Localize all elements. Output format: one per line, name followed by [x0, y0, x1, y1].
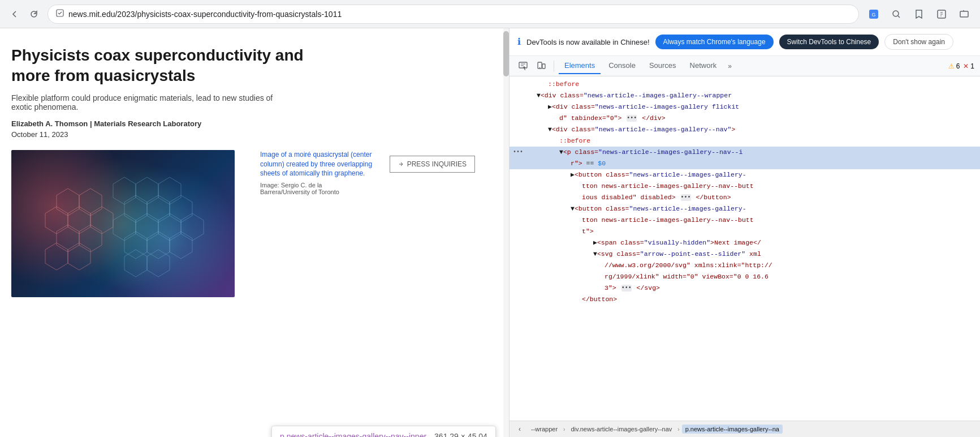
code-line-9: ▶<button class="news-article--images-gal… [510, 169, 980, 181]
code-line-7-selected[interactable]: ••• ▼<p class="news-article--images-gall… [510, 147, 980, 158]
code-line-12: ▼<button class="news-article--images-gal… [510, 203, 980, 215]
svg-rect-0 [57, 10, 63, 16]
dismiss-button[interactable]: Don't show again [884, 34, 953, 50]
back-button[interactable] [7, 6, 23, 22]
breadcrumb-separator-2: › [677, 426, 679, 432]
code-line-16: ▼<svg class="arrow--point-east--slider" … [510, 249, 980, 260]
scrollbar-track[interactable] [503, 28, 509, 437]
error-badge: ✕ 1 [963, 62, 974, 70]
code-line-17: //www.w3.org/2000/svg" xmlns:xlink="http… [510, 260, 980, 271]
svg-marker-6 [57, 188, 79, 216]
breadcrumb-separator-1: › [563, 426, 565, 432]
extensions-button[interactable] [932, 5, 951, 23]
main-area: Physicists coax superconductivity and mo… [0, 28, 980, 437]
translate-button[interactable]: G [865, 5, 883, 23]
image-caption-area: Image of a moiré quasicrystal (center co… [260, 150, 373, 297]
reload-button[interactable] [26, 6, 42, 22]
svg-marker-17 [158, 177, 181, 204]
three-dots: ••• [513, 147, 523, 157]
svg-marker-22 [136, 213, 158, 241]
tab-elements[interactable]: Elements [559, 58, 601, 74]
svg-point-3 [893, 11, 899, 16]
breadcrumb-item-wrapper[interactable]: --wrapper [528, 425, 561, 434]
error-count: 1 [970, 62, 974, 70]
code-line-18: rg/1999/xlink" width="0" viewBox="0 0 16… [510, 271, 980, 282]
devtools-breadcrumb: ‹ --wrapper › div.news-article--images-g… [510, 421, 980, 437]
scrollbar-thumb[interactable] [503, 31, 509, 76]
error-icon: ✕ [963, 62, 969, 70]
breadcrumb-item-nav[interactable]: div.news-article--images-gallery--nav [567, 425, 675, 434]
svg-rect-32 [542, 64, 545, 68]
press-inquiries-label: PRESS INQUIRIES [407, 160, 467, 168]
code-line-19: 3"> ••• </svg> [510, 282, 980, 294]
svg-marker-27 [170, 232, 192, 259]
svg-marker-21 [113, 213, 136, 241]
code-line-8-selected[interactable]: r"> == $0 [510, 158, 980, 169]
press-inquiries-button[interactable]: PRESS INQUIRIES [390, 156, 475, 173]
article-subtitle: Flexible platform could produce enigmati… [11, 93, 283, 112]
browser-chrome: news.mit.edu/2023/physicists-coax-superc… [0, 0, 980, 28]
warning-icon: ⚠ [948, 62, 955, 70]
match-language-button[interactable]: Always match Chrome's language [655, 35, 774, 49]
article-meta: Elizabeth A. Thomson | Materials Researc… [11, 119, 486, 128]
code-line-6: ::before [510, 135, 980, 147]
info-icon: ℹ [517, 36, 521, 48]
svg-marker-15 [113, 177, 136, 204]
caption-text: Image of a moiré quasicrystal (center co… [260, 151, 372, 178]
svg-marker-10 [90, 207, 113, 234]
inspect-element-button[interactable] [515, 58, 531, 74]
tab-sources[interactable]: Sources [644, 58, 682, 74]
code-line-15: ▶<span class="visually-hidden">Next imag… [510, 237, 980, 249]
breadcrumb-left-arrow[interactable]: ‹ [514, 423, 525, 435]
tooltip-dimensions: 361.29 × 45.04 [434, 432, 487, 437]
article-title: Physicists coax superconductivity and mo… [11, 45, 328, 87]
code-line-5: ▼<div class="news-article--images-galler… [510, 124, 980, 135]
breadcrumb-item-current[interactable]: p.news-article--images-gallery--na [682, 425, 783, 434]
tab-console[interactable]: Console [603, 58, 641, 74]
code-line-14: t"> [510, 226, 980, 237]
warning-badge: ⚠ 6 [948, 62, 960, 70]
svg-marker-12 [79, 225, 102, 252]
tooltip-class-name: p.news-article--images-gallery--nav--inn… [280, 432, 426, 437]
svg-marker-20 [170, 195, 192, 222]
url-text: news.mit.edu/2023/physicists-coax-superc… [68, 10, 851, 19]
code-line-4: d" tabindex="0"> ••• </div> [510, 113, 980, 124]
switch-language-button[interactable]: Switch DevTools to Chinese [779, 35, 879, 49]
device-toolbar-button[interactable] [533, 58, 549, 74]
image-caption-title: Image of a moiré quasicrystal (center co… [260, 150, 373, 178]
svg-marker-9 [68, 207, 90, 234]
article-date: October 11, 2023 [11, 130, 486, 139]
image-container [11, 150, 249, 297]
article-image [11, 150, 235, 297]
devtools-panel: ℹ DevTools is now available in Chinese! … [509, 28, 980, 437]
svg-text:G: G [871, 12, 875, 18]
tab-warnings: ⚠ 6 ✕ 1 [948, 62, 974, 70]
tab-network[interactable]: Network [684, 58, 723, 74]
svg-marker-13 [45, 243, 68, 270]
svg-point-33 [539, 67, 541, 68]
svg-marker-8 [45, 207, 68, 234]
security-icon [56, 9, 64, 19]
svg-marker-19 [147, 195, 170, 222]
code-line-11: ious disabled" disabled> ••• </button> [510, 192, 980, 203]
code-line-1: ::before [510, 79, 980, 90]
svg-marker-7 [79, 188, 102, 216]
code-line-13: tton news-article--images-gallery--nav--… [510, 215, 980, 226]
bookmark-button[interactable] [910, 5, 928, 23]
tab-divider [554, 61, 554, 72]
element-tooltip: p.news-article--images-gallery--nav--inn… [271, 426, 496, 437]
notification-text: DevTools is now available in Chinese! [526, 38, 650, 46]
svg-marker-11 [57, 225, 79, 252]
svg-marker-23 [158, 213, 181, 241]
window-control-button[interactable] [955, 5, 973, 23]
search-button[interactable] [887, 5, 905, 23]
svg-marker-18 [124, 195, 147, 222]
code-line-10: tton news-article--images-gallery--nav--… [510, 181, 980, 192]
code-line-3: ▶<div class="news-article--images-galler… [510, 101, 980, 113]
svg-marker-14 [68, 243, 90, 270]
webpage-content: Physicists coax superconductivity and mo… [0, 28, 509, 437]
toolbar-icons: G [865, 5, 973, 23]
code-line-20: </button> [510, 294, 980, 305]
tab-more[interactable]: » [724, 60, 735, 72]
address-bar[interactable]: news.mit.edu/2023/physicists-coax-superc… [48, 5, 859, 24]
